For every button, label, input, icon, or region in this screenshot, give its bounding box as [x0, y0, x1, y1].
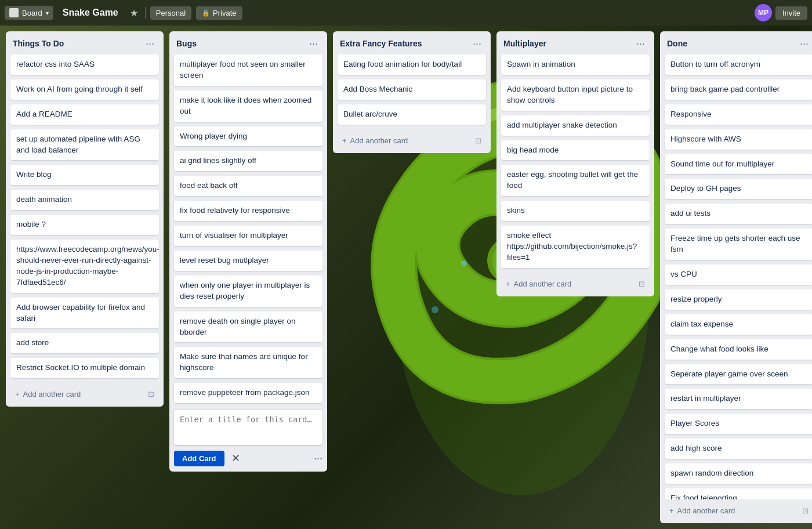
add-card-label-done: Add another card [677, 506, 735, 515]
column-menu-button-done[interactable]: ··· [798, 37, 811, 50]
card-done-14[interactable]: Player Scores [665, 414, 812, 434]
cards-container-multiplayer: Spawn in animationAdd keyboard button in… [496, 55, 654, 273]
add-card-cancel-bugs[interactable]: ✕ [229, 450, 242, 467]
add-card-form-bugs: Add Card✕··· [169, 408, 327, 472]
card-done-5[interactable]: Deploy to GH pages [665, 179, 812, 199]
add-card-area-extra-fancy-features: +Add another card⊡ [333, 129, 491, 153]
cards-container-done: Button to turn off acronymbring back gam… [660, 55, 812, 499]
card-things-to-do-5[interactable]: death animation [10, 190, 159, 210]
plus-icon-extra-fancy-features: + [342, 136, 347, 145]
column-title-extra-fancy-features: Extra Fancy Features [340, 39, 422, 48]
invite-button[interactable]: Invite [775, 6, 807, 20]
add-card-label-extra-fancy-features: Add another card [350, 136, 408, 145]
header-divider [145, 7, 146, 19]
column-header-bugs: Bugs··· [169, 31, 327, 55]
card-bugs-5[interactable]: fix food relativety for responsive [174, 201, 322, 221]
card-done-3[interactable]: Highscore with AWS [665, 129, 812, 150]
personal-button[interactable]: Personal [150, 6, 191, 20]
add-card-button-done[interactable]: +Add another card⊡ [665, 503, 812, 519]
copy-icon-extra-fancy-features: ⊡ [475, 136, 481, 145]
add-card-more-bugs[interactable]: ··· [314, 452, 322, 465]
card-things-to-do-7[interactable]: https://www.freecodecamp.org/news/you-sh… [10, 240, 159, 293]
column-title-bugs: Bugs [176, 39, 197, 48]
add-card-actions-bugs: Add Card✕··· [174, 450, 322, 467]
card-things-to-do-4[interactable]: Write blog [10, 165, 159, 185]
card-done-2[interactable]: Responsive [665, 104, 812, 125]
card-done-15[interactable]: add high score [665, 439, 812, 459]
column-menu-button-bugs[interactable]: ··· [307, 37, 320, 50]
avatar-button[interactable]: MP [755, 4, 772, 21]
card-done-12[interactable]: Seperate player game over sceen [665, 364, 812, 385]
card-done-13[interactable]: restart in multiplayer [665, 389, 812, 409]
column-multiplayer: Multiplayer···Spawn in animationAdd keyb… [496, 31, 654, 296]
board-menu-button[interactable]: Board ▾ [5, 6, 53, 20]
card-done-6[interactable]: add ui tests [665, 204, 812, 224]
cards-container-extra-fancy-features: Eating food animation for body/tailAdd B… [333, 55, 491, 129]
card-bugs-3[interactable]: ai grid lines slightly off [174, 151, 322, 171]
card-things-to-do-0[interactable]: refactor css into SAAS [10, 55, 159, 75]
card-things-to-do-3[interactable]: set up automated pipeline with ASG and l… [10, 129, 159, 161]
card-multiplayer-3[interactable]: big head mode [501, 140, 650, 161]
card-bugs-6[interactable]: turn of visualiser for multiplayer [174, 226, 322, 246]
card-done-8[interactable]: vs CPU [665, 264, 812, 285]
column-title-multiplayer: Multiplayer [503, 39, 546, 48]
card-things-to-do-8[interactable]: Add browser capability for firefox and s… [10, 298, 159, 329]
column-menu-button-things-to-do[interactable]: ··· [143, 37, 157, 50]
board-title: Snake Game [58, 5, 123, 20]
board-icon [9, 8, 19, 17]
card-extra-fancy-features-2[interactable]: Bullet arc/cruve [338, 104, 486, 125]
card-multiplayer-0[interactable]: Spawn in animation [501, 55, 650, 75]
card-bugs-2[interactable]: Wrong player dying [174, 126, 322, 147]
card-bugs-1[interactable]: make it look like it does when zoomed ou… [174, 90, 322, 122]
card-bugs-7[interactable]: level reset bug mutlplayer [174, 251, 322, 271]
card-multiplayer-1[interactable]: Add keyboard button input picture to sho… [501, 79, 650, 111]
card-done-11[interactable]: Change what food looks like [665, 339, 812, 360]
header-right: MP Invite [755, 4, 807, 21]
add-card-button-extra-fancy-features[interactable]: +Add another card⊡ [338, 133, 486, 148]
plus-icon-done: + [669, 506, 674, 515]
column-header-done: Done··· [660, 31, 812, 55]
board-label: Board [22, 9, 42, 17]
add-card-button-multiplayer[interactable]: +Add another card⊡ [501, 276, 650, 292]
private-button[interactable]: 🔒 Private [196, 6, 242, 20]
card-things-to-do-9[interactable]: add store [10, 333, 159, 353]
plus-icon-multiplayer: + [506, 280, 510, 288]
add-card-submit-bugs[interactable]: Add Card [174, 451, 224, 466]
card-bugs-8[interactable]: when only one player in multiplayer is d… [174, 276, 322, 307]
add-card-input-bugs[interactable] [174, 410, 322, 445]
card-things-to-do-1[interactable]: Work on AI from going through it self [10, 79, 159, 100]
card-things-to-do-10[interactable]: Restrict Socket.IO to multiple domain [10, 358, 159, 378]
plus-icon-things-to-do: + [15, 390, 20, 398]
card-multiplayer-6[interactable]: smoke effect https://github.com/bijectio… [501, 226, 650, 268]
card-bugs-9[interactable]: remove death on single player on bborder [174, 311, 322, 343]
card-done-16[interactable]: spawn random direction [665, 463, 812, 484]
card-done-7[interactable]: Freeze time up gets shorter each use fsm [665, 229, 812, 260]
card-multiplayer-5[interactable]: skins [501, 201, 650, 221]
copy-icon-done: ⊡ [802, 506, 809, 515]
column-header-things-to-do: Things To Do··· [6, 31, 164, 55]
column-menu-button-extra-fancy-features[interactable]: ··· [470, 37, 484, 50]
card-bugs-0[interactable]: multiplayer food not seen on smaller scr… [174, 55, 322, 86]
copy-icon-multiplayer: ⊡ [639, 280, 645, 288]
card-things-to-do-2[interactable]: Add a README [10, 104, 159, 125]
card-done-4[interactable]: Sound time out for multiplayer [665, 154, 812, 175]
card-done-17[interactable]: Fix food teleporting [665, 488, 812, 499]
app-header: Board ▾ Snake Game ★ Personal 🔒 Private … [0, 0, 812, 26]
card-bugs-10[interactable]: Make sure that names are unique for high… [174, 347, 322, 378]
cards-container-things-to-do: refactor css into SAASWork on AI from go… [6, 55, 164, 383]
card-multiplayer-2[interactable]: add multiplayer snake detection [501, 115, 650, 136]
card-done-10[interactable]: claim tax expense [665, 314, 812, 335]
card-done-0[interactable]: Button to turn off acronym [665, 55, 812, 75]
add-card-button-things-to-do[interactable]: +Add another card⊡ [10, 386, 159, 402]
card-extra-fancy-features-0[interactable]: Eating food animation for body/tail [338, 55, 486, 75]
column-menu-button-multiplayer[interactable]: ··· [634, 37, 647, 50]
card-bugs-4[interactable]: food eat back off [174, 176, 322, 196]
lock-icon: 🔒 [202, 9, 210, 17]
card-done-1[interactable]: bring back game pad controlller [665, 79, 812, 100]
card-done-9[interactable]: resize properly [665, 289, 812, 310]
card-extra-fancy-features-1[interactable]: Add Boss Mechanic [338, 79, 486, 100]
star-button[interactable]: ★ [128, 5, 140, 21]
card-things-to-do-6[interactable]: mobile ? [10, 215, 159, 235]
card-multiplayer-4[interactable]: easter egg, shooting bullet will get the… [501, 165, 650, 196]
card-bugs-11[interactable]: remove puppeteer from package.json [174, 383, 322, 403]
